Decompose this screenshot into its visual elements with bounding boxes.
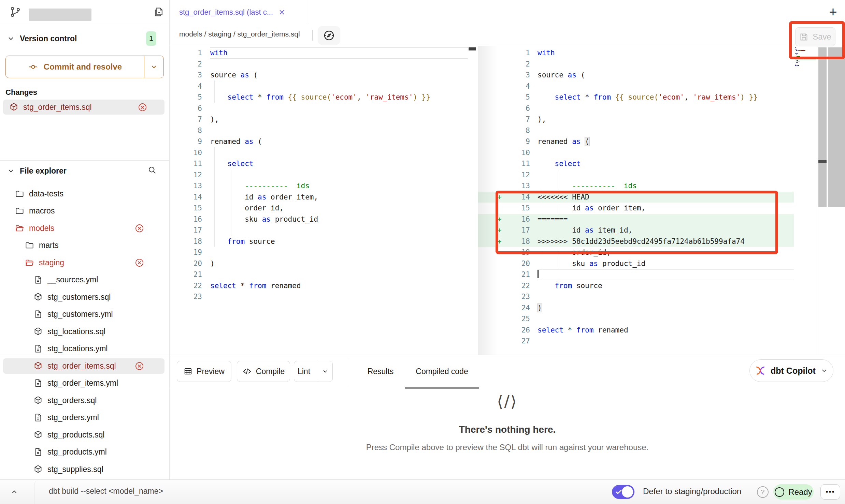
tab-stg-order-items[interactable]: stg_order_items.sql (last c... xyxy=(170,0,308,24)
code-text[interactable]: select * from {{ source('ecom', 'raw_ite… xyxy=(210,92,468,103)
editor-line[interactable]: 9renamed as ( xyxy=(170,136,468,147)
editor-line[interactable]: 7), xyxy=(478,114,794,125)
code-text[interactable]: renamed as ( xyxy=(538,136,794,147)
code-text[interactable]: ), xyxy=(210,114,468,125)
editor-line[interactable]: 9renamed as ( xyxy=(478,136,794,147)
code-text[interactable] xyxy=(538,81,794,92)
code-text[interactable] xyxy=(538,313,794,325)
code-text[interactable] xyxy=(538,103,794,114)
code-text[interactable]: select * from renamed xyxy=(538,325,794,336)
code-text[interactable]: with xyxy=(538,47,794,59)
editor-line[interactable]: 6 xyxy=(478,103,794,114)
code-text[interactable]: select xyxy=(538,158,794,169)
tab-results[interactable]: Results xyxy=(362,361,399,382)
file-row[interactable]: stg_order_items.sql xyxy=(0,357,170,375)
code-text[interactable]: id as order_item, xyxy=(538,203,794,214)
editor-line[interactable]: 1with xyxy=(170,47,468,59)
changed-file-row[interactable]: stg_order_items.sql xyxy=(3,100,164,115)
copy-icon[interactable] xyxy=(153,6,164,18)
editor-line[interactable]: 22 from source xyxy=(478,280,794,292)
commit-options-dropdown[interactable] xyxy=(144,56,163,78)
editor-line[interactable]: 15 id as order_item, xyxy=(478,203,794,214)
code-text[interactable] xyxy=(538,291,794,302)
editor-line[interactable]: 20) xyxy=(170,258,468,269)
code-text[interactable] xyxy=(538,269,794,280)
editor-line[interactable]: 21 xyxy=(478,269,794,280)
editor-line[interactable]: 3source as ( xyxy=(478,70,794,81)
discard-change-icon[interactable] xyxy=(135,224,144,233)
editor-line[interactable]: 4 xyxy=(478,81,794,92)
code-text[interactable]: from source xyxy=(210,236,468,247)
code-text[interactable] xyxy=(538,336,794,347)
code-text[interactable]: from source xyxy=(538,280,794,292)
editor-line[interactable]: 2 xyxy=(170,59,468,70)
lint-button[interactable]: Lint xyxy=(294,361,333,382)
command-input[interactable]: dbt build --select <model_name> xyxy=(49,487,163,496)
code-text[interactable] xyxy=(210,169,468,181)
code-text[interactable]: sku as product_id xyxy=(538,258,794,269)
close-icon[interactable] xyxy=(278,8,286,16)
file-row[interactable]: stg_order_items.yml xyxy=(0,375,170,392)
editor-line[interactable]: 12 xyxy=(478,169,794,181)
code-text[interactable]: id as order_item, xyxy=(210,192,468,203)
editor-line[interactable]: 3source as ( xyxy=(170,70,468,81)
lineage-button[interactable] xyxy=(318,26,340,45)
editor-line[interactable]: 13 ---------- ids xyxy=(478,180,794,192)
collapse-chevron-icon[interactable] xyxy=(8,486,21,498)
compile-button[interactable]: Compile xyxy=(237,361,290,382)
file-row[interactable]: stg_locations.sql xyxy=(0,323,170,340)
file-row[interactable]: data-tests xyxy=(0,185,170,203)
file-row[interactable]: staging xyxy=(0,254,170,271)
editor-line[interactable]: 25 xyxy=(478,313,794,325)
file-row[interactable]: marts xyxy=(0,237,170,254)
editor-line[interactable]: 23 xyxy=(170,291,468,302)
lint-dropdown[interactable] xyxy=(318,361,332,382)
code-text[interactable]: ---------- ids xyxy=(210,180,468,192)
editor-line[interactable]: +14<<<<<<< HEAD xyxy=(478,192,794,203)
editor-line[interactable]: 11 select xyxy=(478,158,794,169)
left-scrollbar-thumb[interactable] xyxy=(469,47,476,50)
code-text[interactable] xyxy=(210,247,468,258)
code-text[interactable]: ---------- ids xyxy=(538,180,794,192)
scrollbar-thumb[interactable] xyxy=(818,160,827,163)
editor-line[interactable]: 5 select * from {{ source('ecom', 'raw_i… xyxy=(478,92,794,103)
tab-compiled-code[interactable]: Compiled code xyxy=(405,361,479,382)
code-text[interactable] xyxy=(538,125,794,136)
editor-line[interactable]: +17 id as item_id, xyxy=(478,225,794,236)
code-text[interactable] xyxy=(210,125,468,136)
editor-scrollbar[interactable] xyxy=(818,47,827,207)
commit-and-resolve-button[interactable]: Commit and resolve xyxy=(5,56,164,78)
discard-change-icon[interactable] xyxy=(138,103,147,112)
file-row[interactable]: __sources.yml xyxy=(0,271,170,289)
code-text[interactable] xyxy=(210,59,468,70)
editor-line[interactable]: 22select * from renamed xyxy=(170,280,468,292)
code-text[interactable]: ) xyxy=(210,258,468,269)
code-text[interactable]: renamed as ( xyxy=(210,136,468,147)
code-text[interactable] xyxy=(210,269,468,280)
code-text[interactable] xyxy=(210,103,468,114)
pane-divider[interactable] xyxy=(468,46,468,355)
editor-line[interactable]: 20 sku as product_id xyxy=(478,258,794,269)
editor-line[interactable]: 8 xyxy=(478,125,794,136)
editor-line[interactable]: 2 xyxy=(478,59,794,70)
minimap[interactable] xyxy=(795,47,816,67)
search-icon[interactable] xyxy=(147,165,157,175)
editor-line[interactable]: 19 xyxy=(170,247,468,258)
file-row[interactable]: stg_products.sql xyxy=(0,426,170,444)
more-options-button[interactable]: ••• xyxy=(820,484,840,500)
code-text[interactable]: select xyxy=(210,158,468,169)
editor-line[interactable]: 21 xyxy=(170,269,468,280)
editor-line[interactable]: +16======= xyxy=(478,214,794,225)
editor-line[interactable]: 10 xyxy=(478,147,794,159)
code-text[interactable] xyxy=(210,225,468,236)
editor-line[interactable]: 1with xyxy=(478,47,794,59)
help-icon[interactable]: ? xyxy=(757,486,769,498)
new-tab-button[interactable]: + xyxy=(825,4,841,20)
preview-button[interactable]: Preview xyxy=(177,361,231,382)
code-text[interactable] xyxy=(538,59,794,70)
file-row[interactable]: stg_customers.sql xyxy=(0,288,170,306)
code-text[interactable]: sku as product_id xyxy=(210,214,468,225)
save-button[interactable]: Save xyxy=(795,27,835,46)
editor-line[interactable]: 19 order_id, xyxy=(478,247,794,258)
file-row[interactable]: stg_orders.sql xyxy=(0,392,170,409)
